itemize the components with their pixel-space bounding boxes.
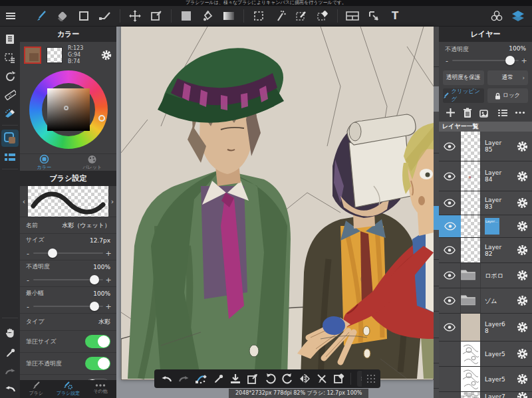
layer-visibility-cell[interactable] [439, 238, 461, 262]
divide-icon[interactable] [344, 9, 361, 23]
minus-icon[interactable]: - [444, 56, 450, 65]
rotate-view-icon[interactable] [0, 68, 20, 85]
layer-row[interactable]: Layer85 [439, 132, 532, 161]
eye-icon[interactable] [444, 199, 456, 207]
plus-icon[interactable]: + [105, 276, 112, 284]
gear-icon[interactable] [516, 170, 529, 183]
tab-other[interactable]: その他 [84, 380, 116, 398]
hue-ring-thumb[interactable] [98, 115, 105, 122]
no-draw-icon[interactable] [314, 371, 330, 387]
pressure-opacity-toggle[interactable] [85, 357, 110, 370]
layer-settings-cell[interactable] [512, 238, 532, 262]
layer-visibility-cell[interactable] [439, 342, 461, 366]
redo-icon[interactable] [176, 371, 192, 387]
layer-opacity-slider[interactable]: - + [439, 54, 532, 67]
layer-settings-cell[interactable] [512, 161, 532, 191]
layer-thumbnail[interactable] [461, 367, 480, 391]
layer-visibility-cell[interactable] [439, 191, 461, 215]
gear-icon[interactable] [516, 140, 529, 153]
plus-icon[interactable]: + [105, 249, 112, 258]
menu-icon[interactable] [2, 9, 19, 23]
layer-settings-cell[interactable] [512, 392, 532, 398]
selection-list-icon[interactable] [0, 49, 20, 66]
minus-icon[interactable]: - [25, 249, 31, 258]
rotate-ccw-icon[interactable] [262, 371, 278, 387]
gear-icon[interactable] [516, 269, 529, 282]
gear-icon[interactable] [516, 244, 529, 256]
protect-alpha-button[interactable]: 透明度を保護 [443, 70, 484, 85]
eyedropper-icon[interactable] [210, 371, 226, 387]
layer-thumbnail[interactable] [461, 191, 480, 215]
brush-minwidth-slider[interactable]: - + [20, 300, 116, 313]
color-settings-gear-icon[interactable] [100, 49, 112, 61]
gear-icon[interactable] [516, 348, 529, 360]
saturation-square[interactable] [47, 88, 90, 131]
layer-thumbnail[interactable] [461, 263, 480, 288]
layer-thumbnail[interactable] [461, 132, 480, 161]
tab-color[interactable]: カラー [20, 154, 68, 171]
layer-row[interactable]: ✵Layer84 [439, 161, 532, 191]
gear-icon[interactable] [516, 373, 529, 385]
eyedropper-icon[interactable] [0, 344, 20, 361]
layer-visibility-cell[interactable] [439, 161, 461, 191]
layer-row[interactable]: ゾム [439, 288, 532, 314]
eye-icon[interactable] [444, 142, 456, 151]
eye-icon[interactable] [444, 222, 456, 231]
clear-icon[interactable] [331, 371, 347, 387]
rotate-cw-icon[interactable] [279, 371, 295, 387]
tab-brush-settings[interactable]: ブラシ設定 [52, 380, 84, 398]
canvas-workspace[interactable] [116, 27, 434, 398]
plus-icon[interactable]: + [105, 302, 112, 311]
export-icon[interactable] [245, 371, 261, 387]
select-rect-icon[interactable] [250, 9, 267, 23]
gear-icon[interactable] [516, 220, 529, 233]
next-brush-chevron[interactable]: › [108, 197, 116, 206]
airbrush-icon[interactable] [0, 105, 20, 122]
blend-mode-button[interactable]: 通常 › [487, 70, 529, 85]
canvas-artboard[interactable] [121, 27, 434, 380]
layer-thumbnail[interactable] [461, 342, 480, 366]
layer-visibility-cell[interactable] [439, 392, 461, 398]
layer-row[interactable]: Layer7 [439, 392, 532, 398]
layer-thumbnail[interactable]: ✵ [461, 161, 480, 191]
pressure-size-toggle[interactable] [85, 335, 110, 348]
brush-list-icon[interactable] [0, 149, 20, 166]
layer-thumbnail[interactable] [461, 288, 480, 313]
add-layer-icon[interactable] [446, 108, 456, 118]
tab-palette[interactable]: パレット [68, 154, 117, 171]
plus-icon[interactable]: + [521, 56, 527, 65]
brush-name-row[interactable]: 名前 水彩（ウェット） [20, 217, 116, 233]
layer-row[interactable]: Layer82 [439, 238, 532, 263]
curve-tool-icon[interactable] [96, 9, 114, 23]
layer-thumbnail[interactable] [461, 314, 480, 341]
layer-visibility-cell[interactable] [439, 263, 461, 288]
layers-panel-icon[interactable] [509, 9, 527, 23]
fill-tool-icon[interactable] [178, 9, 195, 23]
lock-button[interactable]: ロック [487, 88, 529, 103]
clipping-button[interactable]: クリッピング [443, 88, 484, 103]
object-select-icon[interactable] [365, 9, 382, 23]
eye-icon[interactable] [444, 172, 456, 181]
text-tool-icon[interactable]: T [386, 9, 404, 23]
undo-icon[interactable] [0, 380, 20, 397]
layer-settings-cell[interactable] [512, 215, 532, 237]
eraser-tool-icon[interactable] [54, 9, 71, 23]
material-icon[interactable] [488, 9, 505, 23]
select-eraser-icon[interactable] [314, 9, 331, 23]
prev-brush-chevron[interactable]: ‹ [20, 197, 28, 206]
brush-opacity-slider[interactable]: - + [20, 273, 116, 286]
layer-list-scrollbar[interactable] [434, 27, 439, 398]
layer-list-icon[interactable] [497, 109, 507, 117]
magic-wand-icon[interactable] [271, 9, 289, 23]
layer-settings-cell[interactable] [512, 191, 532, 215]
layer-settings-cell[interactable] [512, 342, 532, 366]
duplicate-layer-icon[interactable] [479, 108, 490, 118]
layer-visibility-cell[interactable] [439, 367, 461, 391]
layer-thumbnail[interactable] [461, 392, 480, 398]
layer-visibility-cell[interactable] [439, 132, 461, 161]
layer-row[interactable]: Layer5 [439, 367, 532, 392]
layer-settings-cell[interactable] [512, 263, 532, 288]
eye-icon[interactable] [444, 323, 456, 332]
layer-settings-cell[interactable] [512, 132, 532, 161]
gear-icon[interactable] [516, 197, 529, 209]
